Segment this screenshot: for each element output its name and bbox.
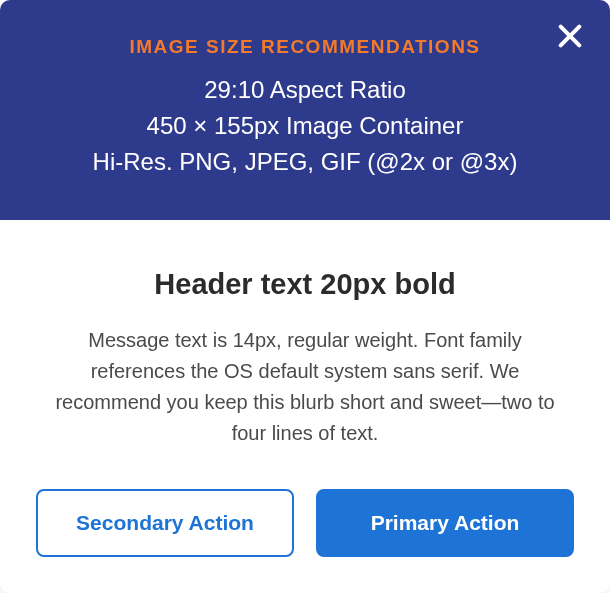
- secondary-action-label: Secondary Action: [76, 511, 254, 535]
- banner-title: IMAGE SIZE RECOMMENDATIONS: [40, 36, 570, 58]
- primary-action-label: Primary Action: [371, 511, 520, 535]
- banner-line-3: Hi-Res. PNG, JPEG, GIF (@2x or @3x): [40, 144, 570, 180]
- banner-line-1: 29:10 Aspect Ratio: [40, 72, 570, 108]
- actions-row: Secondary Action Primary Action: [36, 489, 574, 557]
- close-icon: [556, 22, 584, 50]
- modal-body: Header text 20px bold Message text is 14…: [0, 220, 610, 593]
- banner: IMAGE SIZE RECOMMENDATIONS 29:10 Aspect …: [0, 0, 610, 220]
- primary-action-button[interactable]: Primary Action: [316, 489, 574, 557]
- message-text: Message text is 14px, regular weight. Fo…: [36, 325, 574, 449]
- secondary-action-button[interactable]: Secondary Action: [36, 489, 294, 557]
- modal-card: IMAGE SIZE RECOMMENDATIONS 29:10 Aspect …: [0, 0, 610, 593]
- close-button[interactable]: [552, 18, 588, 54]
- header-text: Header text 20px bold: [36, 268, 574, 301]
- banner-line-2: 450 × 155px Image Container: [40, 108, 570, 144]
